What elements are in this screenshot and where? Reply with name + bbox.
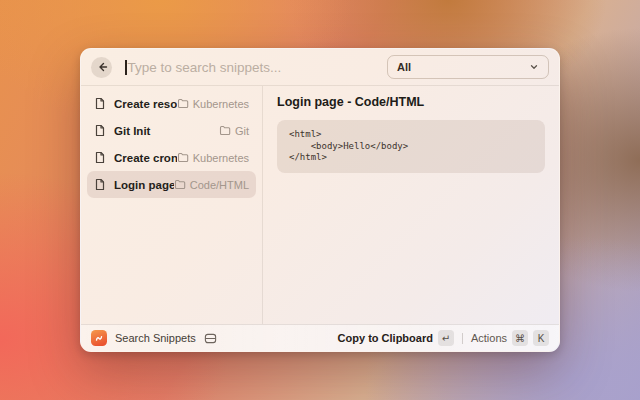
document-icon [94,151,106,164]
snippet-title: Create cronjob [114,152,177,164]
document-icon [94,124,106,137]
snippet-detail: Login page - Code/HTML <html> <body>Hell… [263,86,559,324]
copy-to-clipboard-button[interactable]: Copy to Clipboard ↵ [338,330,454,346]
status-bar: Search Snippets Copy to Clipboard ↵ Acti… [81,324,559,351]
footer-divider [462,333,463,344]
folder-icon [177,152,189,163]
folder-icon [177,98,189,109]
snippet-list-item[interactable]: Create resource(s) Kubernetes [87,90,256,117]
command-name: Search Snippets [115,332,196,344]
raycast-snippets-app-icon [91,330,107,346]
document-icon [94,178,106,191]
snippet-card-icon [204,332,217,345]
actions-menu-button[interactable]: Actions ⌘ K [471,330,549,346]
return-key-badge: ↵ [438,330,454,346]
snippet-list-item[interactable]: Create cronjob Kubernetes [87,144,256,171]
k-key-badge: K [533,330,549,346]
snippet-category: Git [219,125,249,137]
back-button[interactable] [91,57,112,78]
back-arrow-icon [96,61,108,73]
snippet-category: Kubernetes [177,152,249,164]
snippet-list-item[interactable]: Login page Code/HTML [87,171,256,198]
snippet-list: Create resource(s) Kubernetes Git Init G… [81,86,263,324]
snippet-title: Login page [114,179,174,191]
snippet-title: Create resource(s) [114,98,177,110]
search-input[interactable]: Type to search snippets... [125,60,387,75]
snippet-title: Git Init [114,125,219,137]
detail-title: Login page - Code/HTML [277,95,545,109]
main-content: Create resource(s) Kubernetes Git Init G… [81,86,559,324]
snippets-window: Type to search snippets... All Create re… [80,48,560,352]
actions-label: Actions [471,332,507,344]
command-key-badge: ⌘ [512,330,528,346]
snippet-category: Code/HTML [174,179,249,191]
snippet-list-item[interactable]: Git Init Git [87,117,256,144]
text-caret [125,60,127,75]
filter-selected-value: All [397,61,529,73]
document-icon [94,97,106,110]
search-bar: Type to search snippets... All [81,49,559,86]
primary-action-label: Copy to Clipboard [338,332,433,344]
search-placeholder: Type to search snippets... [128,60,282,75]
snippet-category: Kubernetes [177,98,249,110]
folder-icon [219,125,231,136]
code-preview: <html> <body>Hello</body> </html> [277,120,545,173]
chevron-down-icon [529,62,539,72]
folder-icon [174,179,186,190]
filter-dropdown[interactable]: All [387,55,549,79]
